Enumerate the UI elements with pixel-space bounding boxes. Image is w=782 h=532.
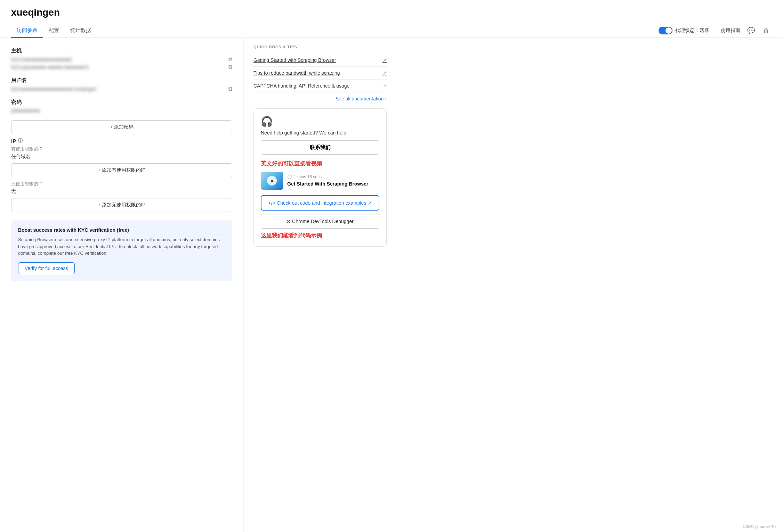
video-thumbnail[interactable]: ▶ — [261, 172, 283, 190]
kyc-box: Boost success rates with KYC verificatio… — [11, 220, 232, 281]
host-line2: brd.superp●●●● ●●●●● (●●●●●●m) — [11, 64, 89, 70]
password-section: 密码 g4●●●●●●●● — [11, 99, 232, 113]
tabs-bar: 访问参数 配置 统计数据 代理状态：活跃 使用指南 💬 🗑 — [0, 24, 782, 38]
help-box: 🎧 Need help getting started? We can help… — [253, 108, 387, 247]
chrome-devtools-button[interactable]: ⊙ Chrome DevTools Debugger — [261, 214, 379, 229]
watermark: CSDN @hacker707 — [743, 524, 776, 529]
guide-label[interactable]: 使用指南 — [721, 27, 740, 34]
username-section: 用户名 brd.●●●●●●●●●●●●●●●●●●-xueqingen ⧉ — [11, 77, 232, 92]
doc-link-3[interactable]: CAPTCHA handling: API Reference & usage … — [253, 80, 387, 92]
proxy-status-label: 代理状态：活跃 — [675, 27, 709, 34]
add-unauthorized-ip-button[interactable]: + 添加无使用权限的IP — [11, 198, 232, 212]
password-row: g4●●●●●●●● — [11, 108, 232, 113]
ip-label: IP ⓘ — [11, 138, 232, 144]
video-duration: 🕐 1 mins 18 secs — [287, 174, 379, 179]
doc-link-2[interactable]: Tips to reduce bandwidth while scraping … — [253, 67, 387, 80]
password-label: 密码 — [11, 99, 232, 106]
authorized-ip-value: 任何域名 — [11, 154, 232, 160]
add-password-button[interactable]: + 添加密码 — [11, 120, 232, 134]
doc-link-1[interactable]: Getting Started with Scraping Browser ↗ — [253, 54, 387, 67]
tab-config[interactable]: 配置 — [43, 24, 65, 38]
page: xueqingen 访问参数 配置 统计数据 代理状态：活跃 使用指南 💬 🗑 — [0, 0, 782, 532]
contact-button[interactable]: 联系我们 — [261, 140, 379, 155]
kyc-description: Scraping Browser uses our extensive prox… — [18, 236, 225, 257]
ip-info-icon[interactable]: ⓘ — [18, 138, 23, 144]
code-examples-button[interactable]: </> Check out code and integration examp… — [261, 195, 379, 211]
play-icon: ▶ — [271, 178, 274, 183]
header: xueqingen — [0, 0, 782, 24]
username-value: brd.●●●●●●●●●●●●●●●●●●-xueqingen — [11, 86, 97, 92]
host-line1: brd.su●●●●●●●●●●●●●●●t) — [11, 57, 72, 62]
unauthorized-ip-label: 无使用权限的IP — [11, 181, 232, 187]
headset-icon: 🎧 — [261, 116, 379, 127]
host-section: 主机 brd.su●●●●●●●●●●●●●●●t) ⧉ brd.superp●… — [11, 48, 232, 70]
tab-stats[interactable]: 统计数据 — [65, 24, 97, 38]
ip-section: IP ⓘ 有使用权限的IP 任何域名 + 添加有使用权限的IP 无使用权限的IP… — [11, 138, 232, 212]
video-card: ▶ 🕐 1 mins 18 secs Get Started With Scra… — [261, 172, 379, 190]
see-all-docs[interactable]: See all documentation › — [253, 96, 387, 101]
ext-icon-2: ↗ — [382, 70, 387, 76]
host-label: 主机 — [11, 48, 232, 54]
ext-icon-1: ↗ — [382, 57, 387, 63]
proxy-status-toggle[interactable] — [659, 27, 672, 34]
unauthorized-ip-value: 无 — [11, 188, 232, 195]
copy-username-icon[interactable]: ⧉ — [228, 86, 232, 92]
left-panel: 主机 brd.su●●●●●●●●●●●●●●●t) ⧉ brd.superp●… — [0, 38, 243, 532]
chevron-right-icon: › — [385, 96, 387, 101]
ext-icon-3: ↗ — [382, 83, 387, 89]
toggle-knob — [666, 27, 672, 34]
help-text: Need help getting started? We can help! — [261, 130, 379, 136]
chinese-note-1: 英文好的可以直接看视频 — [261, 160, 379, 167]
tabs: 访问参数 配置 统计数据 — [11, 24, 97, 38]
right-panel: QUICK DOCS & TIPS Getting Started with S… — [243, 38, 396, 532]
quick-docs-title: QUICK DOCS & TIPS — [253, 45, 387, 49]
tab-access-params[interactable]: 访问参数 — [11, 24, 43, 38]
play-button[interactable]: ▶ — [267, 176, 277, 186]
comment-icon[interactable]: 💬 — [746, 25, 756, 36]
video-title: Get Started With Scraping Browser — [287, 181, 379, 187]
host-line1-row: brd.su●●●●●●●●●●●●●●●t) ⧉ — [11, 56, 232, 63]
page-title: xueqingen — [11, 7, 771, 18]
video-info: 🕐 1 mins 18 secs Get Started With Scrapi… — [287, 174, 379, 187]
kyc-title: Boost success rates with KYC verificatio… — [18, 227, 225, 233]
clock-icon: 🕐 — [287, 174, 292, 179]
password-value: g4●●●●●●●● — [11, 108, 40, 113]
host-line2-row: brd.superp●●●● ●●●●● (●●●●●●m) ⧉ — [11, 64, 232, 70]
proxy-status-toggle-group: 代理状态：活跃 — [659, 27, 715, 34]
copy-host1-icon[interactable]: ⧉ — [228, 56, 232, 63]
add-authorized-ip-button[interactable]: + 添加有使用权限的IP — [11, 163, 232, 177]
username-row: brd.●●●●●●●●●●●●●●●●●●-xueqingen ⧉ — [11, 86, 232, 92]
kyc-verify-button[interactable]: Verify for full access — [18, 262, 75, 274]
authorized-ip-label: 有使用权限的IP — [11, 146, 232, 152]
delete-icon[interactable]: 🗑 — [762, 26, 771, 36]
main-content: 主机 brd.su●●●●●●●●●●●●●●●t) ⧉ brd.superp●… — [0, 38, 782, 532]
username-label: 用户名 — [11, 77, 232, 84]
copy-host2-icon[interactable]: ⧉ — [228, 64, 232, 70]
tab-actions: 代理状态：活跃 使用指南 💬 🗑 — [659, 25, 771, 36]
chinese-note-2: 这里我们能看到代码示例 — [261, 232, 379, 239]
